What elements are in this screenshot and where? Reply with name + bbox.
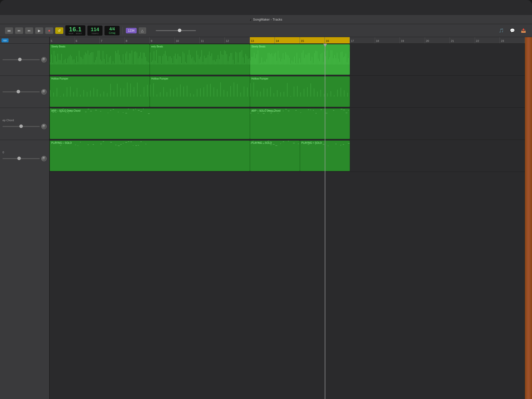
svg-rect-64 (130, 53, 131, 64)
svg-rect-141 (227, 54, 227, 64)
svg-rect-17 (71, 56, 72, 64)
track-row-1: Steely Beats eely Beats Steely Beats (50, 44, 525, 76)
ruler-mark-11[interactable]: 11 (200, 37, 225, 43)
svg-rect-58 (123, 54, 123, 64)
svg-rect-317 (307, 87, 307, 97)
svg-rect-77 (147, 61, 147, 64)
to-start-button[interactable]: ⏭ (25, 27, 33, 34)
ruler-mark-17[interactable]: 17 (350, 37, 375, 43)
clip-arp-1[interactable]: ARP – SOLO Deep Chord (50, 108, 250, 139)
svg-rect-25 (81, 57, 82, 64)
clip-playing-3[interactable]: PLAYING – SOLO (300, 141, 350, 171)
svg-rect-398 (123, 143, 124, 144)
rewind-button[interactable]: ⏮ (5, 27, 13, 34)
ruler-mark-10[interactable]: 10 (175, 37, 200, 43)
svg-rect-443 (348, 143, 350, 144)
track3-fader[interactable] (3, 126, 40, 127)
fast-forward-button[interactable]: ⏭ (15, 27, 23, 34)
horizontal-scrollbar[interactable] (50, 396, 525, 399)
track4-fader-thumb (17, 157, 21, 160)
svg-rect-190 (288, 56, 288, 64)
clip-label: Steely Beats (51, 45, 65, 48)
time-sig-display[interactable]: 4/4 Cmaj (104, 26, 120, 35)
track3-controls (3, 124, 47, 129)
svg-rect-369 (288, 111, 290, 111)
track1-knob[interactable] (41, 57, 47, 62)
ruler[interactable]: 567891011121314151617181920212223 (50, 37, 525, 44)
svg-rect-5 (56, 61, 57, 64)
chat-icon[interactable]: 💬 (509, 27, 516, 34)
ruler-mark-15[interactable]: 15 (300, 37, 325, 43)
clip-steely-1[interactable]: Steely Beats (50, 44, 150, 75)
svg-rect-228 (336, 58, 336, 64)
record-button[interactable]: ● (45, 27, 53, 34)
track4-fader[interactable] (3, 158, 40, 159)
svg-rect-260 (117, 84, 118, 97)
svg-rect-155 (244, 63, 245, 64)
clip-hollow-1[interactable]: Hollow Pumper (50, 76, 150, 107)
svg-rect-346 (118, 112, 119, 112)
ruler-mark-22[interactable]: 22 (475, 37, 500, 43)
track4-knob[interactable] (41, 156, 47, 161)
svg-rect-300 (250, 83, 251, 97)
clip-arp-2[interactable]: ARP – SOLO Deep Chord (250, 108, 350, 139)
ruler-mark-14[interactable]: 14 (275, 37, 300, 43)
ruler-mark-9[interactable]: 9 (150, 37, 175, 43)
svg-rect-133 (217, 59, 217, 64)
metronome-button[interactable]: △ (139, 27, 146, 34)
ruler-mark-7[interactable]: 7 (100, 37, 125, 43)
ruler-mark-21[interactable]: 21 (450, 37, 475, 43)
ruler-mark-18[interactable]: 18 (375, 37, 400, 43)
note-icon[interactable]: 🎵 (498, 27, 505, 34)
snap-button[interactable]: >|< (2, 38, 9, 42)
svg-rect-244 (63, 94, 64, 97)
play-button[interactable]: ▶ (35, 27, 43, 34)
svg-rect-263 (127, 83, 128, 97)
svg-rect-399 (125, 142, 127, 143)
svg-rect-0 (50, 62, 50, 64)
svg-rect-345 (113, 109, 114, 110)
track-header-2 (0, 76, 49, 108)
ruler-mark-12[interactable]: 12 (225, 37, 250, 43)
loop-button[interactable]: ↺ (55, 27, 63, 34)
svg-rect-40 (100, 59, 101, 64)
svg-rect-316 (304, 89, 304, 97)
ruler-mark-8[interactable]: 8 (125, 37, 150, 43)
ruler-mark-20[interactable]: 20 (425, 37, 450, 43)
svg-rect-107 (184, 53, 184, 64)
ruler-mark-16[interactable]: 16 (325, 37, 350, 43)
ruler-mark-19[interactable]: 19 (400, 37, 425, 43)
svg-rect-54 (118, 50, 118, 64)
master-volume-slider[interactable] (156, 30, 196, 31)
svg-rect-103 (179, 56, 179, 64)
clip-hollow-2[interactable]: Hollow Pumper (150, 76, 250, 107)
clip-playing-2[interactable]: PLAYING – SOLO (250, 141, 300, 171)
svg-rect-168 (260, 63, 261, 64)
svg-rect-224 (331, 50, 331, 64)
export-icon[interactable]: 📤 (520, 27, 527, 34)
ruler-mark-5[interactable]: 5 (50, 37, 75, 43)
svg-rect-74 (143, 52, 143, 64)
ruler-mark-23[interactable]: 23 (500, 37, 525, 43)
clip-playing-1[interactable]: PLAYING – SOLO (50, 141, 250, 171)
svg-rect-252 (90, 91, 91, 97)
track1-fader-thumb (18, 58, 22, 61)
clip-hollow-3[interactable]: Hollow Pumper (250, 76, 350, 107)
track3-knob[interactable] (41, 124, 47, 129)
track2-fader[interactable] (3, 91, 40, 92)
svg-rect-78 (148, 62, 148, 64)
tempo-display[interactable]: 114 TEMPO (87, 26, 102, 36)
clip-steely-2[interactable]: eely Beats (150, 44, 250, 75)
clip-steely-3[interactable]: Steely Beats (250, 44, 350, 75)
ruler-mark-6[interactable]: 6 (75, 37, 100, 43)
svg-rect-160 (250, 60, 251, 64)
svg-rect-124 (205, 58, 206, 64)
svg-rect-279 (180, 84, 181, 97)
svg-rect-354 (143, 109, 144, 109)
ruler-mark-13[interactable]: 13 (250, 37, 275, 43)
svg-rect-281 (187, 86, 187, 97)
track1-fader[interactable] (3, 59, 40, 60)
svg-rect-239 (349, 52, 350, 64)
track2-knob[interactable] (41, 89, 47, 95)
count-in-button[interactable]: 1234 (126, 28, 137, 33)
